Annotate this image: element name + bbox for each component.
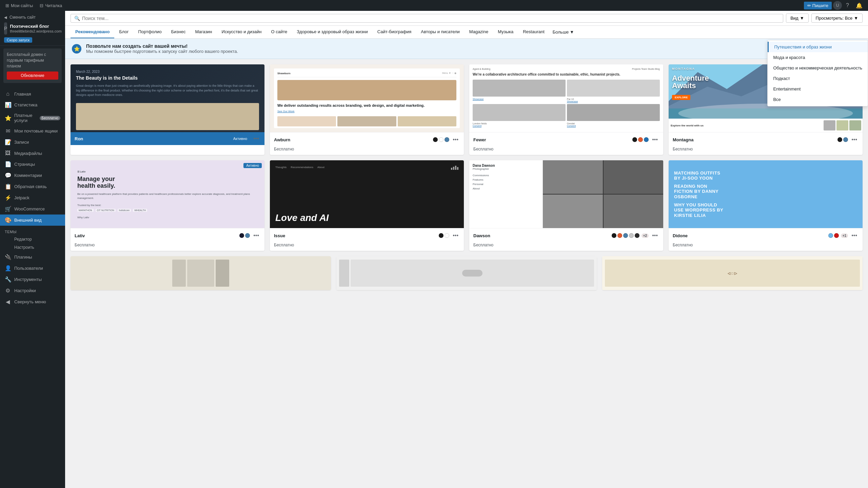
user-avatar[interactable]: U <box>833 1 842 10</box>
sidebar-item-paid[interactable]: ⭐ Платные услуги Бесплатно <box>0 110 65 125</box>
sidebar-item-label: Статистика <box>14 102 37 107</box>
color-dot <box>837 137 842 142</box>
theme-card-dawson[interactable]: Dana Dawson Photographer Commissions Fea… <box>469 160 663 251</box>
topbar-right: ✏ Пишите U ? 🔔 <box>804 1 865 10</box>
sidebar-item-comments[interactable]: 💬 Комментарии <box>0 170 65 181</box>
tab-shop[interactable]: Магазин <box>190 26 217 38</box>
fewer-footer: Fewer ••• <box>469 132 663 147</box>
theme-card-didone[interactable]: MATCHING OUTFITSBY JI-SOO YOON READING N… <box>669 160 863 251</box>
promo-icon: ⭐ <box>72 44 81 54</box>
topbar: ⊞ Мои сайты ⊟ Читалка ✏ Пишите U ? 🔔 <box>0 0 868 11</box>
home-icon: ⌂ <box>5 91 11 97</box>
sidebar-item-users[interactable]: 👤 Пользователи <box>0 263 65 274</box>
theme-name: Dawson <box>473 233 490 238</box>
sidebar-item-home[interactable]: ⌂ Главная <box>0 88 65 99</box>
help-icon[interactable]: ? <box>843 2 852 8</box>
sidebar-item-pages[interactable]: 📄 Страницы <box>0 159 65 170</box>
upgrade-box: Бесплатный домен с годовым тарифным план… <box>3 48 62 83</box>
dropdown-item-fashion[interactable]: Мода и красота <box>768 52 868 63</box>
more-options-icon[interactable]: ••• <box>651 232 659 239</box>
more-options-icon[interactable]: ••• <box>850 232 859 239</box>
tab-portfolio[interactable]: Портфолио <box>134 26 166 38</box>
color-dot <box>612 233 616 238</box>
tab-restaurant[interactable]: Restaurant <box>518 26 549 38</box>
theme-card-ron[interactable]: March 22, 2023 The Beauty is in the Deta… <box>71 64 264 155</box>
sidebar-item-jetpack[interactable]: ⚡ Jetpack <box>0 192 65 203</box>
color-dot <box>629 233 634 238</box>
more-categories-button[interactable]: Больше ▼ <box>549 26 577 38</box>
change-site-row[interactable]: ◀ Сменить сайт <box>4 15 61 20</box>
sidebar-sub-editor[interactable]: Редактор <box>0 235 65 243</box>
dropdown-item-nonprofit[interactable]: Общество и некоммерческая деятельность <box>768 63 868 73</box>
issue-price: Бесплатно <box>270 243 464 251</box>
promo-text: Позвольте нам создать сайт вашей мечты! … <box>86 43 238 54</box>
tab-blog[interactable]: Блог <box>114 26 133 38</box>
more-options-icon[interactable]: ••• <box>451 232 460 239</box>
my-sites-link[interactable]: ⊞ Мои сайты <box>3 0 36 11</box>
color-swatches <box>433 137 449 142</box>
awburn-footer: Awburn ••• <box>270 132 464 147</box>
sidebar-item-feedback[interactable]: 📋 Обратная связь <box>0 181 65 192</box>
tab-authors[interactable]: Авторы и писатели <box>416 26 465 38</box>
search-input[interactable] <box>82 16 780 21</box>
themes-section-title: Темы <box>0 226 65 235</box>
sidebar-sub-customize[interactable]: Настроить <box>0 243 65 251</box>
sidebar-item-posts[interactable]: 📝 Записи <box>0 137 65 148</box>
tab-health[interactable]: Здоровье и здоровый образ жизни <box>292 26 373 38</box>
write-button[interactable]: ✏ Пишите <box>804 2 832 9</box>
reader-link[interactable]: ⊟ Читалка <box>37 0 65 11</box>
more-options-icon[interactable]: ••• <box>252 232 260 239</box>
theme-card-lativ[interactable]: Активно ☰ Lativ Manage yourhealth easily… <box>71 160 264 251</box>
dropdown-item-podcast[interactable]: Подкаст <box>768 73 868 84</box>
sidebar-item-woocommerce[interactable]: 🛒 WooCommerce <box>0 203 65 215</box>
more-options-icon[interactable]: ••• <box>451 136 460 143</box>
sidebar-item-stats[interactable]: 📊 Статистика <box>0 99 65 110</box>
sidebar-item-label: Jetpack <box>14 195 29 200</box>
sidebar-item-settings[interactable]: ⚙ Настройки <box>0 285 65 296</box>
tab-music[interactable]: Музыка <box>493 26 518 38</box>
theme-card-partial-2[interactable] <box>336 256 597 290</box>
notifications-icon[interactable]: 🔔 <box>853 2 865 9</box>
theme-card-issue[interactable]: Thoughts Recommendations About Love and … <box>270 160 464 251</box>
more-options-icon[interactable]: ••• <box>651 136 659 143</box>
tab-business[interactable]: Бизнес <box>166 26 191 38</box>
collapse-menu-button[interactable]: ◀ Свернуть меню <box>0 296 65 307</box>
theme-card-partial-1[interactable] <box>71 256 331 290</box>
more-options-icon[interactable]: ••• <box>850 136 859 143</box>
sidebar-item-tools[interactable]: 🔧 Инструменты <box>0 274 65 285</box>
dropdown-item-entertainment[interactable]: Entertainment <box>768 84 868 94</box>
pages-icon: 📄 <box>5 161 11 167</box>
tab-recommended[interactable]: Рекомендовано <box>71 26 114 38</box>
sidebar: ◀ Сменить сайт P Поэтический блог threel… <box>0 11 65 488</box>
search-box: 🔍 <box>71 14 783 23</box>
sidebar-item-label: WooCommerce <box>14 206 45 211</box>
theme-card-fewer[interactable]: Agard & Building Projects Team Studio Bl… <box>469 64 663 155</box>
tab-magazine[interactable]: Magazine <box>465 26 493 38</box>
tab-bio[interactable]: Сайт-биография <box>373 26 416 38</box>
theme-actions: ••• <box>837 136 859 143</box>
sidebar-item-mailboxes[interactable]: ✉ Мои почтовые ящики <box>0 125 65 137</box>
view-button[interactable]: Вид ▼ <box>786 14 808 23</box>
tab-art[interactable]: Искусство и дизайн <box>217 26 267 38</box>
preview-button[interactable]: Просмотреть: Все ▼ <box>811 14 863 23</box>
color-swatches <box>439 233 449 238</box>
sidebar-menu: ⌂ Главная 📊 Статистика ⭐ Платные услуги … <box>0 86 65 310</box>
dawson-preview: Dana Dawson Photographer Commissions Fea… <box>469 160 663 228</box>
view-label: Вид <box>790 16 798 21</box>
upgrade-button[interactable]: Обновление <box>7 72 58 80</box>
tab-about[interactable]: О сайте <box>267 26 292 38</box>
wp-icon: ⊞ <box>5 3 9 8</box>
toolbar: 🔍 Вид ▼ Просмотреть: Все ▼ <box>65 11 868 26</box>
dropdown-item-travel[interactable]: Путешествия и образ жизни <box>768 42 868 52</box>
sidebar-item-plugins[interactable]: 🔌 Плагины <box>0 251 65 263</box>
sidebar-item-label: Мои почтовые ящики <box>14 128 58 134</box>
sidebar-item-appearance[interactable]: 🎨 Внешний вид <box>0 215 65 226</box>
theme-card-partial-3[interactable]: ◁ □ ▷ <box>602 256 863 290</box>
dropdown-item-all[interactable]: Все <box>768 94 868 105</box>
ron-preview: March 22, 2023 The Beauty is in the Deta… <box>71 64 264 132</box>
launch-badge[interactable]: Скоро запуск <box>4 37 32 43</box>
theme-card-awburn[interactable]: Shawburn Menu ▼ ··· ◉ We deliver outstan… <box>270 64 464 155</box>
sidebar-item-media[interactable]: 🖼 Медиафайлы <box>0 148 65 159</box>
more-options-icon[interactable]: ••• <box>252 135 260 142</box>
tools-icon: 🔧 <box>5 276 11 283</box>
